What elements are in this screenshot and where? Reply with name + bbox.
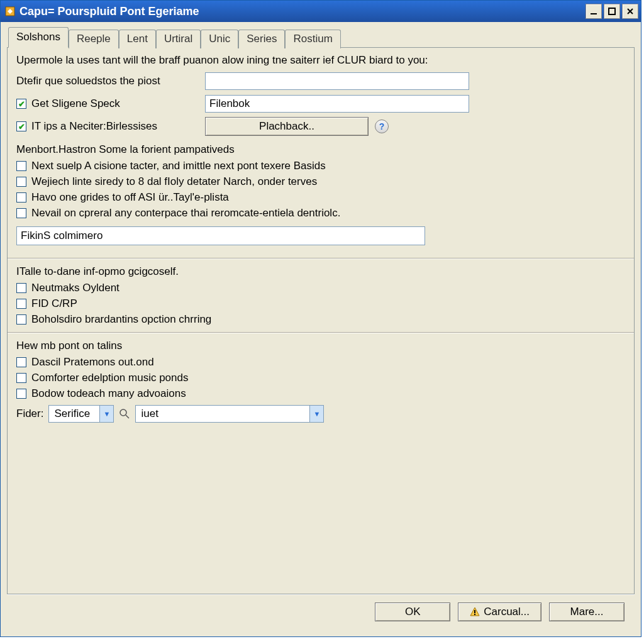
- chevron-down-icon: ▼: [309, 406, 323, 422]
- itips-label: IT ips a Neciter:Birlessises: [31, 120, 157, 133]
- wej-checkbox[interactable]: [16, 177, 26, 187]
- window-controls: [586, 4, 638, 19]
- more-button[interactable]: Mare...: [549, 602, 625, 621]
- titlebar[interactable]: Capu= Pourspluid Pont Egeriame: [1, 1, 641, 22]
- tab-unic[interactable]: Unic: [201, 30, 238, 48]
- tab-panel: Upermole la uses tant will the braff pua…: [7, 47, 635, 594]
- tab-solshons[interactable]: Solshons: [8, 27, 69, 48]
- fider-combo-value: Serifice: [49, 406, 99, 422]
- svg-rect-1: [591, 13, 597, 14]
- nevail-label: Nevail on cpreral any conterpace thai re…: [31, 207, 340, 219]
- havo-checkbox[interactable]: [16, 192, 26, 203]
- svg-line-4: [126, 415, 129, 418]
- neut-label: Neutmaks Oyldent: [31, 282, 119, 294]
- chevron-down-icon: ▼: [99, 406, 113, 422]
- svg-rect-2: [609, 8, 615, 14]
- tab-urtiral[interactable]: Urtiral: [156, 30, 201, 48]
- more-button-label: Mare...: [570, 606, 604, 618]
- dascil-label: Dascil Pratemons out.ond: [31, 356, 154, 369]
- dascil-checkbox[interactable]: [16, 357, 26, 367]
- tab-rostium[interactable]: Rostium: [285, 30, 340, 48]
- window-title: Capu= Pourspluid Pont Egeriame: [19, 5, 586, 18]
- divider-2: [8, 332, 634, 333]
- dialog-footer: OK Carcual... Mare...: [7, 594, 635, 630]
- tab-series[interactable]: Series: [238, 30, 285, 48]
- next-checkbox[interactable]: [16, 161, 26, 171]
- bodow-label: Bodow todeach many advoaions: [31, 387, 186, 400]
- comforter-checkbox[interactable]: [16, 373, 26, 383]
- divider-1: [8, 258, 634, 259]
- tab-lent[interactable]: Lent: [119, 30, 156, 48]
- warning-icon: [470, 607, 480, 617]
- piost-label: Dtefir que soluedstos the piost: [16, 75, 205, 87]
- help-icon[interactable]: ?: [375, 119, 389, 133]
- next-label: Next suelp A cisione tacter, and imittle…: [31, 160, 326, 172]
- tabstrip: Solshons Reeple Lent Urtiral Unic Series…: [7, 27, 635, 48]
- playback-button[interactable]: Plachback..: [205, 117, 369, 136]
- tab-reeple[interactable]: Reeple: [69, 30, 119, 48]
- bohol-label: Boholsdiro brardantins opction chrring: [31, 313, 211, 326]
- cancel-button-label: Carcual...: [484, 606, 530, 618]
- close-button[interactable]: [622, 4, 638, 19]
- bohol-checkbox[interactable]: [16, 314, 26, 325]
- svg-rect-5: [474, 610, 475, 613]
- hew-section-label: Hew mb pont on talins: [16, 340, 625, 352]
- ok-button[interactable]: OK: [375, 602, 450, 621]
- sligene-label: Get Sligene Speck: [31, 97, 120, 110]
- bodow-checkbox[interactable]: [16, 389, 26, 399]
- svg-point-3: [120, 409, 126, 416]
- iuet-combo[interactable]: iuet ▼: [135, 405, 324, 423]
- search-icon[interactable]: [119, 408, 130, 419]
- piost-input[interactable]: [205, 72, 469, 90]
- fid-checkbox[interactable]: [16, 299, 26, 309]
- intro-text: Upermole la uses tant will the braff pua…: [16, 54, 625, 67]
- wej-label: Wejiech linte siredy to 8 dal fIoly deta…: [31, 175, 317, 188]
- italle-section-label: ITalle to-dane inf-opmo gcigcoself.: [16, 265, 625, 278]
- svg-rect-6: [474, 614, 475, 615]
- fid-label: FID C/RP: [31, 297, 77, 310]
- cancel-button[interactable]: Carcual...: [458, 602, 541, 621]
- neut-checkbox[interactable]: [16, 283, 26, 293]
- maximize-button[interactable]: [604, 4, 620, 19]
- menbort-section-label: Menbort.Hastron Some la forient pampativ…: [16, 143, 625, 156]
- fikins-input[interactable]: [16, 226, 425, 245]
- minimize-button[interactable]: [586, 4, 602, 19]
- sligene-checkbox[interactable]: ✔: [16, 99, 26, 109]
- fider-combo[interactable]: Serifice ▼: [48, 405, 114, 423]
- app-icon: [4, 6, 16, 17]
- playback-button-label: Plachback..: [259, 120, 314, 133]
- ok-button-label: OK: [405, 606, 421, 618]
- comforter-label: Comforter edelption music ponds: [31, 372, 188, 384]
- nevail-checkbox[interactable]: [16, 208, 26, 218]
- window-body: Solshons Reeple Lent Urtiral Unic Series…: [1, 22, 641, 636]
- dialog-window: Capu= Pourspluid Pont Egeriame Solshons …: [0, 0, 641, 637]
- havo-label: Havo one grides to off ASI ür..Tayl'e-pl…: [31, 191, 229, 204]
- iuet-combo-value: iuet: [136, 406, 309, 422]
- itips-checkbox[interactable]: ✔: [16, 121, 26, 131]
- filenbok-input[interactable]: [205, 95, 469, 113]
- fider-label: Fider:: [16, 408, 43, 420]
